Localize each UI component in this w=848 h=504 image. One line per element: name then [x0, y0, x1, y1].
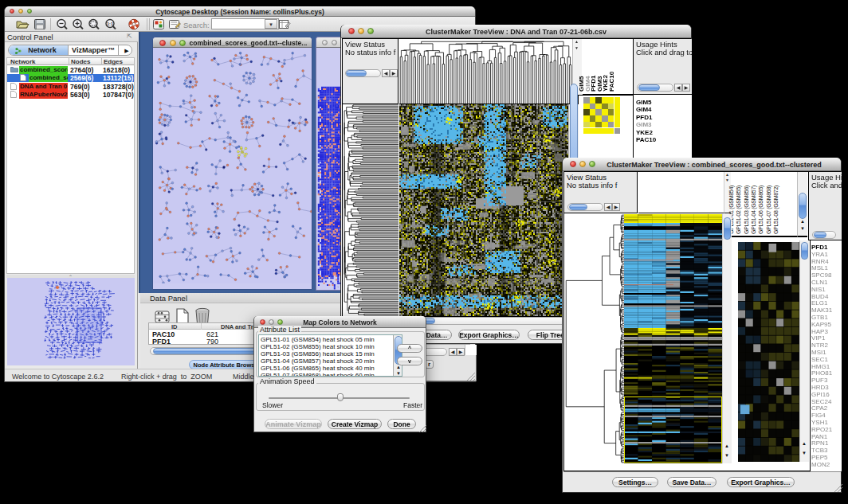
svg-text:1:1: 1:1: [107, 21, 113, 26]
